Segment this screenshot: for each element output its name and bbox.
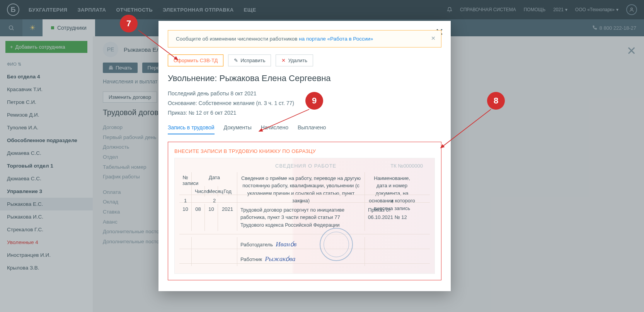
callout-7: 7	[120, 15, 138, 32]
workbook-number: ТК №0000000	[390, 163, 423, 169]
callout-8: 8	[487, 92, 505, 110]
cell-month: 10	[205, 204, 218, 231]
cell-doc: Приказ от 06.10.2021 № 12	[365, 204, 419, 231]
tab-paid[interactable]: Выплачено	[298, 124, 326, 134]
reason: Основание: Собственное желание (п. 3 ч. …	[168, 98, 441, 108]
delete-button[interactable]: ✕Удалить	[276, 54, 313, 66]
tab-accrued[interactable]: Начислено	[261, 124, 288, 134]
tab-workbook[interactable]: Запись в трудовой	[168, 124, 215, 134]
cell-n: 10	[179, 204, 192, 231]
cell-year: 2021	[218, 204, 237, 231]
alert-text: Сообщите об изменении численности работн…	[176, 36, 299, 42]
last-day: Последний день работы 8 окт 2021	[168, 89, 441, 98]
szv-td-button[interactable]: Оформить СЗВ-ТД	[168, 54, 223, 66]
callout-9: 9	[305, 92, 323, 110]
info-alert: Сообщите об изменении численности работн…	[168, 30, 441, 47]
dismissal-modal: ✕ Сообщите об изменении численности рабо…	[158, 21, 451, 291]
workbook-sample: ВНЕСИТЕ ЗАПИСИ В ТРУДОВУЮ КНИЖКУ ПО ОБРА…	[168, 142, 441, 280]
x-icon: ✕	[281, 58, 286, 63]
workbook-image: СВЕДЕНИЯ О РАБОТЕ ТК №0000000 № записи Д…	[174, 158, 435, 274]
modal-info: Последний день работы 8 окт 2021 Основан…	[168, 89, 441, 118]
modal-title: Увольнение: Рыжакова Елена Сергеевна	[168, 73, 441, 83]
fix-button[interactable]: ✎Исправить	[228, 54, 271, 66]
workbook-title: СВЕДЕНИЯ О РАБОТЕ	[275, 163, 336, 169]
alert-close-button[interactable]: ✕	[431, 35, 436, 41]
order: Приказ: № 12 от 6 окт 2021	[168, 108, 441, 118]
alert-link[interactable]: на портале «Работа в России»	[299, 36, 373, 42]
tab-documents[interactable]: Документы	[224, 124, 252, 134]
workbook-instruction: ВНЕСИТЕ ЗАПИСИ В ТРУДОВУЮ КНИЖКУ ПО ОБРА…	[174, 148, 435, 154]
cell-day: 08	[192, 204, 205, 231]
modal-tabs: Запись в трудовой Документы Начислено Вы…	[168, 124, 441, 135]
stamp-icon	[320, 228, 353, 261]
pencil-icon: ✎	[234, 58, 238, 63]
cell-text: Трудовой договор расторгнут по инициатив…	[237, 204, 365, 231]
